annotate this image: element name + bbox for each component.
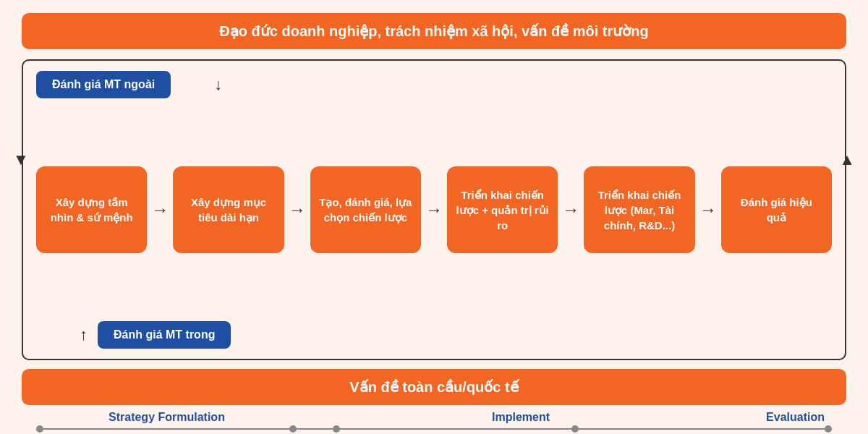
process-box-1: Xây dựng tầm nhìn & sứ mệnh: [36, 166, 147, 253]
timeline-evaluation-label: Evaluation: [766, 411, 825, 424]
main-container: Đạo đức doanh nghiệp, trách nhiệm xã hội…: [14, 0, 854, 434]
process-box-6-text: Đánh giá hiệu quả: [730, 195, 823, 225]
arrow-4-icon: →: [562, 200, 579, 220]
process-box-5: Triển khai chiến lược (Mar, Tài chính, R…: [584, 166, 694, 253]
process-box-2-text: Xây dựng mục tiêu dài hạn: [182, 195, 275, 225]
external-env-label: Đánh giá MT ngoài: [52, 78, 155, 90]
process-box-3: Tạo, đánh giá, lựa chọn chiến lược: [310, 166, 421, 253]
external-env-row: Đánh giá MT ngoài ↓: [36, 71, 832, 98]
middle-section: ▼ ▲ Đánh giá MT ngoài ↓ Xây dựng tầm nhì…: [22, 59, 846, 360]
timeline-implement-text: Implement: [492, 411, 550, 423]
arrow-5-icon: →: [699, 200, 717, 220]
right-arrow-up-icon: ▲: [839, 150, 855, 169]
internal-env-label: Đánh giá MT trong: [114, 328, 215, 341]
down-arrow-ext-icon: ↓: [214, 77, 222, 93]
process-box-4: Triển khai chiến lược + quản trị rủi ro: [447, 166, 558, 253]
timeline-strategy-text: Strategy Formulation: [109, 411, 225, 423]
top-banner-text: Đạo đức doanh nghiệp, trách nhiệm xã hội…: [219, 23, 648, 39]
process-box-6: Đánh giá hiệu quả: [721, 166, 832, 253]
process-box-1-text: Xây dựng tầm nhìn & sứ mệnh: [45, 195, 138, 225]
left-arrow-down-icon: ▼: [13, 150, 29, 169]
process-box-5-text: Triển khai chiến lược (Mar, Tài chính, R…: [592, 187, 686, 233]
timeline-dot-mid2: [333, 425, 340, 433]
bottom-banner-text: Vấn đề toàn cầu/quốc tế: [349, 379, 518, 395]
timeline-line: [36, 428, 832, 430]
bottom-banner: Vấn đề toàn cầu/quốc tế: [22, 369, 846, 405]
timeline-strategy-label: Strategy Formulation: [109, 411, 225, 424]
timeline-dot-start: [36, 425, 43, 433]
process-box-4-text: Triển khai chiến lược + quản trị rủi ro: [456, 187, 549, 233]
arrow-3-icon: →: [425, 200, 443, 220]
process-row: Xây dựng tầm nhìn & sứ mệnh → Xây dựng m…: [36, 106, 832, 314]
external-env-box: Đánh giá MT ngoài: [36, 71, 171, 98]
process-box-2: Xây dựng mục tiêu dài hạn: [173, 166, 284, 253]
timeline-row: Strategy Formulation Implement Evaluatio…: [22, 411, 846, 434]
timeline-implement-label: Implement: [492, 411, 550, 424]
process-box-3-text: Tạo, đánh giá, lựa chọn chiến lược: [319, 195, 412, 225]
timeline-dot-mid1: [289, 425, 297, 433]
timeline-evaluation-text: Evaluation: [766, 411, 825, 423]
internal-env-row: ↑ Đánh giá MT trong: [36, 321, 832, 349]
up-arrow-int-icon: ↑: [80, 326, 88, 344]
top-banner: Đạo đức doanh nghiệp, trách nhiệm xã hội…: [22, 13, 846, 49]
timeline-dot-mid3: [571, 425, 579, 433]
arrow-1-icon: →: [151, 200, 169, 220]
arrow-2-icon: →: [289, 200, 306, 220]
timeline-dot-end: [825, 425, 832, 433]
internal-env-box: Đánh giá MT trong: [98, 321, 231, 349]
